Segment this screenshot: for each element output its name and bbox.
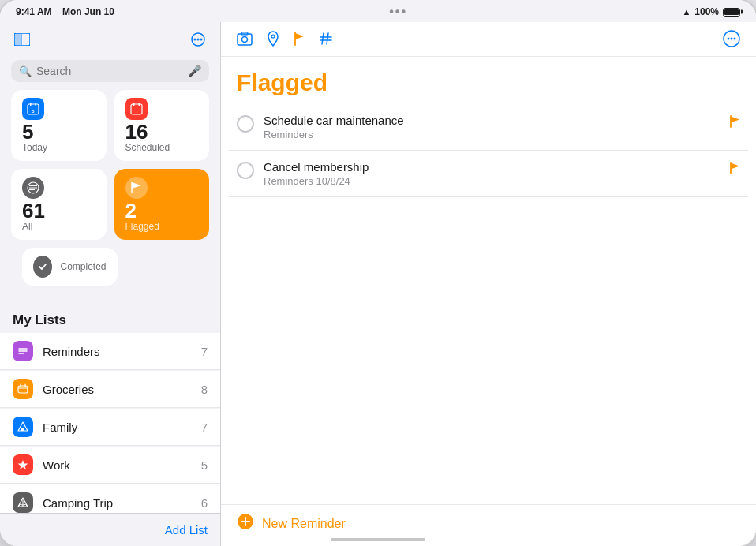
flagged-label: Flagged [125,221,199,232]
wifi-icon: ▲ [682,7,691,17]
all-icon [22,177,44,199]
smart-card-scheduled[interactable]: 16 Scheduled [114,90,210,161]
svg-rect-0 [14,33,21,46]
all-label: All [22,221,95,232]
list-item-reminders[interactable]: Reminders 7 [0,333,220,370]
sidebar-footer: Add List [0,513,220,546]
reminder-circle-2[interactable] [237,162,254,179]
new-reminder-button[interactable]: New Reminder [262,517,346,531]
main-toolbar [221,22,756,57]
smart-cards: 5 5 Today [0,90,220,248]
scheduled-icon [125,98,148,120]
svg-line-41 [327,33,328,44]
svg-rect-14 [133,103,135,106]
svg-rect-31 [21,428,24,431]
main-content: Flagged Schedule car maintenance Reminde… [221,22,756,546]
reminder-title-2: Cancel membership [264,160,720,174]
svg-point-47 [734,38,736,40]
battery-percent: 100% [694,6,719,17]
list-name-camping: Camping Trip [43,496,201,510]
new-reminder-icon[interactable] [237,513,254,535]
location-icon[interactable] [267,31,279,50]
mic-icon[interactable]: 🎤 [188,65,201,77]
battery-fill [724,9,739,15]
flagged-page-title: Flagged [229,57,748,104]
svg-point-5 [194,39,196,41]
reminder-item-2: Cancel membership Reminders 10/8/24 [229,151,748,197]
list-name-family: Family [43,421,201,434]
camping-icon [13,492,33,513]
reminder-body-1: Schedule car maintenance Reminders [264,114,720,140]
toolbar-more-button[interactable] [723,30,740,51]
sidebar-toggle-button[interactable] [11,28,33,50]
svg-line-40 [322,33,324,44]
reminder-flag-2 [729,162,740,178]
status-dots: ••• [389,5,407,19]
list-count-camping: 6 [201,496,208,510]
list-count-family: 7 [201,421,208,434]
reminder-sub-1: Reminders [264,129,720,140]
reminders-icon [13,341,33,361]
smart-card-flagged[interactable]: 2 Flagged [114,169,210,240]
scheduled-label: Scheduled [125,142,199,153]
svg-rect-8 [28,107,39,107]
main-footer: New Reminder [221,504,756,546]
status-bar: 9:41 AM Mon Jun 10 ••• ▲ 100% [0,0,756,22]
status-right: ▲ 100% [682,6,740,17]
ipad-frame: 9:41 AM Mon Jun 10 ••• ▲ 100% [0,0,756,546]
sidebar-top-bar [0,22,220,57]
svg-rect-13 [131,107,142,107]
list-name-reminders: Reminders [43,345,201,358]
list-name-groceries: Groceries [43,383,201,396]
list-name-work: Work [43,458,201,472]
svg-point-4 [197,39,200,41]
app-body: 🔍 🎤 5 [0,22,756,546]
svg-text:5: 5 [32,109,35,114]
completed-label: Completed [60,261,106,272]
battery-icon [723,8,740,17]
smart-card-today[interactable]: 5 5 Today [11,90,107,161]
flagged-count: 2 [125,200,199,221]
list-item-groceries[interactable]: Groceries 8 [0,371,220,408]
search-bar[interactable]: 🔍 🎤 [11,60,209,82]
my-lists-header: My Lists [0,309,220,333]
svg-rect-35 [238,34,252,45]
completed-icon [33,256,52,278]
reminder-flag-1 [729,115,740,131]
svg-point-46 [731,38,733,40]
svg-rect-12 [131,104,142,114]
sidebar: 🔍 🎤 5 [0,22,221,546]
list-items: Reminders 7 Groceries 8 [0,333,220,513]
svg-point-36 [242,37,248,43]
photo-icon[interactable] [237,32,253,50]
list-item-family[interactable]: Family 7 [0,409,220,446]
list-count-groceries: 8 [201,383,208,396]
list-count-reminders: 7 [201,345,208,358]
family-icon [13,417,33,437]
reminder-item-1: Schedule car maintenance Reminders [229,104,748,151]
today-icon: 5 [22,98,44,120]
flag-toolbar-icon[interactable] [294,32,305,50]
today-label: Today [22,142,95,153]
reminder-circle-1[interactable] [237,115,254,133]
today-count: 5 [22,122,95,142]
completed-card[interactable]: Completed [22,248,118,286]
toolbar-icons [237,31,333,50]
reminder-title-1: Schedule car maintenance [264,114,720,127]
status-time: 9:41 AM Mon Jun 10 [16,6,114,17]
home-indicator [331,538,425,541]
search-input[interactable] [36,65,183,77]
groceries-icon [13,379,33,399]
hash-icon[interactable] [319,32,333,50]
list-item-camping[interactable]: Camping Trip 6 [0,484,220,513]
svg-rect-10 [36,103,37,106]
list-item-work[interactable]: Work 5 [0,447,220,484]
svg-rect-9 [30,103,32,106]
svg-rect-15 [138,103,140,106]
add-list-button[interactable]: Add List [165,523,208,537]
sidebar-more-button[interactable] [187,28,209,50]
reminder-sub-2: Reminders 10/8/24 [264,175,720,187]
svg-rect-2 [21,34,22,46]
smart-card-all[interactable]: 61 All [11,169,107,240]
svg-point-38 [271,35,275,38]
